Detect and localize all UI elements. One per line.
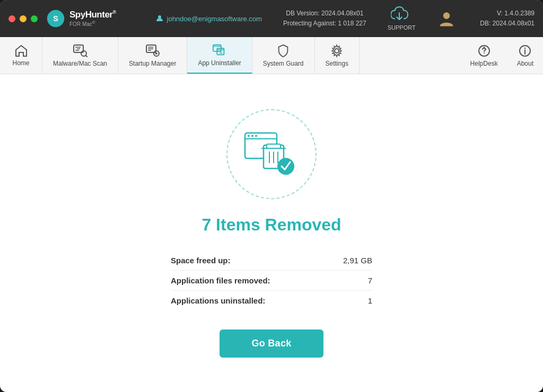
- titlebar: S SpyHunter® FOR Mac® johndoe@enigmasoft…: [0, 0, 543, 37]
- system-guard-icon: [276, 44, 290, 58]
- app-uninstaller-icon: [212, 43, 227, 57]
- stat-value-apps: 1: [368, 296, 372, 305]
- helpdesk-icon: [477, 44, 491, 58]
- user-icon: [155, 14, 164, 23]
- stat-row-space: Space freed up: 2,91 GB: [171, 251, 372, 271]
- user-info: johndoe@enigmasoftware.com: [155, 14, 262, 23]
- logo-area: S SpyHunter® FOR Mac®: [46, 9, 131, 28]
- svg-point-3: [443, 12, 450, 19]
- user-email: johndoe@enigmasoftware.com: [167, 15, 262, 23]
- svg-text:S: S: [53, 14, 58, 23]
- nav-label-helpdesk: HelpDesk: [470, 60, 498, 67]
- go-back-button[interactable]: Go Back: [220, 329, 323, 358]
- nav-label-startup-manager: Startup Manager: [129, 60, 176, 67]
- nav-item-app-uninstaller[interactable]: App Uninstaller: [187, 37, 252, 74]
- svg-line-6: [86, 55, 87, 57]
- spyhunter-logo-icon: S: [46, 9, 65, 28]
- stat-value-space: 2,91 GB: [343, 256, 372, 265]
- version-info: V: 1.4.0.2389 DB: 2024.04.08x01: [480, 8, 535, 29]
- svg-rect-37: [267, 144, 281, 148]
- support-person-icon: [437, 9, 456, 28]
- traffic-lights: [8, 15, 38, 22]
- titlebar-center: johndoe@enigmasoftware.com DB Version: 2…: [131, 6, 480, 31]
- db-version-label: DB Version:: [286, 10, 319, 17]
- stat-label-apps: Applications uninstalled:: [171, 296, 265, 305]
- svg-point-41: [277, 158, 294, 175]
- stat-label-space: Space freed up:: [171, 256, 231, 265]
- maximize-button[interactable]: [31, 15, 38, 22]
- result-title: 7 Items Removed: [202, 215, 341, 235]
- stat-value-files: 7: [368, 276, 372, 285]
- version-value: 1.4.0.2389: [504, 10, 535, 17]
- nav-label-system-guard: System Guard: [263, 60, 304, 67]
- svg-line-24: [483, 54, 484, 56]
- settings-icon: [330, 44, 344, 58]
- nav-label-app-uninstaller: App Uninstaller: [198, 59, 241, 67]
- close-button[interactable]: [8, 15, 15, 22]
- protecting-count: 1 018 227: [338, 20, 366, 27]
- svg-point-32: [248, 135, 250, 137]
- nav-label-settings: Settings: [326, 60, 348, 67]
- nav-item-system-guard[interactable]: System Guard: [252, 37, 315, 74]
- svg-point-34: [255, 135, 257, 137]
- db-right-value: 2024.04.08x01: [493, 20, 535, 27]
- stat-row-apps: Applications uninstalled: 1: [171, 291, 372, 310]
- minimize-button[interactable]: [20, 15, 27, 22]
- svg-point-29: [524, 47, 526, 48]
- uninstall-complete-icon: [242, 130, 301, 178]
- stat-label-files: Application files removed:: [171, 276, 270, 285]
- stats-table: Space freed up: 2,91 GB Application file…: [171, 251, 372, 310]
- malware-scan-icon: [73, 44, 87, 58]
- db-right-label: DB:: [480, 20, 491, 27]
- support-button[interactable]: SUPPORT: [388, 6, 416, 31]
- about-icon: [518, 44, 532, 58]
- nav-label-about: About: [517, 60, 533, 67]
- nav-item-helpdesk[interactable]: HelpDesk: [461, 37, 507, 74]
- stat-row-files: Application files removed: 7: [171, 271, 372, 291]
- nav-item-startup-manager[interactable]: Startup Manager: [118, 37, 187, 74]
- logo-text: SpyHunter® FOR Mac®: [69, 10, 116, 27]
- db-version-value: 2024.04.08x01: [321, 10, 363, 17]
- svg-point-21: [335, 49, 339, 53]
- nav-item-malware-scan[interactable]: Malware/Mac Scan: [42, 37, 118, 74]
- nav-spacer: [360, 37, 461, 74]
- app-window: S SpyHunter® FOR Mac® johndoe@enigmasoft…: [0, 0, 543, 392]
- svg-point-23: [484, 52, 485, 54]
- protecting-label: Protecting Against:: [283, 20, 336, 27]
- nav-item-home[interactable]: Home: [0, 37, 42, 74]
- nav-item-settings[interactable]: Settings: [315, 37, 360, 74]
- version-label: V:: [497, 10, 503, 17]
- main-content: 7 Items Removed Space freed up: 2,91 GB …: [0, 74, 543, 392]
- support-label: SUPPORT: [388, 24, 416, 31]
- nav-label-malware-scan: Malware/Mac Scan: [53, 60, 107, 67]
- startup-manager-icon: [145, 44, 160, 58]
- result-icon-wrapper: [226, 109, 317, 199]
- db-info: DB Version: 2024.04.08x01 Protecting Aga…: [283, 8, 366, 29]
- svg-point-33: [251, 135, 253, 137]
- home-icon: [14, 44, 28, 57]
- nav-item-about[interactable]: About: [507, 37, 543, 74]
- navbar: Home Malware/Mac Scan: [0, 37, 543, 74]
- cloud-download-icon: [391, 6, 412, 22]
- nav-label-home: Home: [12, 59, 29, 67]
